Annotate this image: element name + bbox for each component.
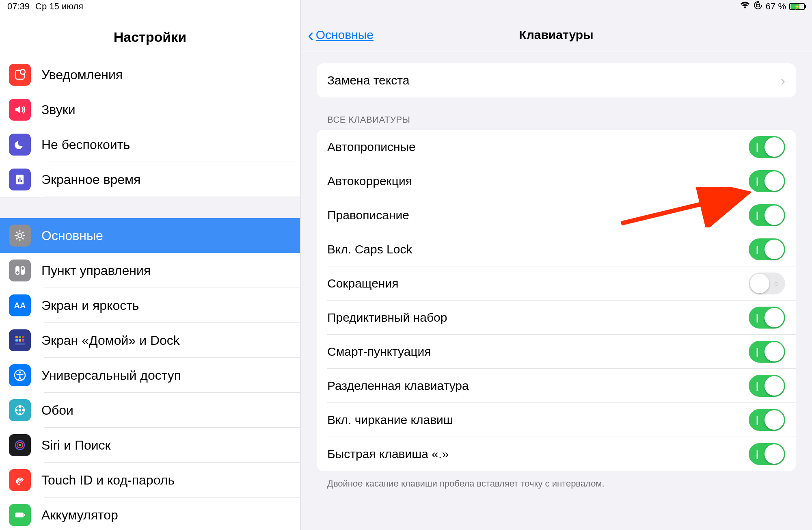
svg-point-31	[19, 409, 21, 411]
section-header: ВСЕ КЛАВИАТУРЫ	[317, 97, 796, 130]
text-replacement-group: Замена текста ›	[317, 63, 796, 97]
sidebar-item-home[interactable]: Экран «Домой» и Dock	[0, 323, 300, 358]
toggle-label-capslock: Вкл. Caps Lock	[327, 242, 412, 256]
sidebar-list[interactable]: УведомленияЗвукиНе беспокоитьЭкранное вр…	[0, 57, 300, 530]
sidebar-item-label: Звуки	[41, 102, 76, 117]
battery-percent: 67 %	[766, 1, 786, 12]
sidebar-item-display[interactable]: AAЭкран и яркость	[0, 288, 300, 323]
svg-text:AA: AA	[14, 301, 26, 310]
back-button[interactable]: ‹ Основные	[300, 26, 374, 44]
sidebar-item-accessibility[interactable]: Универсальный доступ	[0, 358, 300, 393]
sidebar-item-label: Обои	[41, 403, 73, 418]
back-label: Основные	[316, 28, 374, 42]
wallpaper-icon	[9, 399, 31, 421]
detail-pane: ‹ Основные Клавиатуры Замена текста › ВС…	[300, 0, 812, 530]
battery-icon: ⚡	[789, 3, 805, 10]
sidebar-item-label: Универсальный доступ	[41, 368, 181, 383]
svg-line-15	[22, 232, 24, 233]
toggle-switch-smartpunct[interactable]	[749, 341, 785, 363]
display-icon: AA	[9, 294, 31, 316]
toggle-switch-shortcuts[interactable]	[749, 273, 785, 294]
toggle-switch-autocaps[interactable]	[749, 136, 785, 158]
detail-header: ‹ Основные Клавиатуры	[300, 19, 812, 51]
toggle-cell-keyflicks: Вкл. чиркание клавиш	[317, 403, 796, 437]
svg-rect-21	[15, 336, 18, 338]
svg-rect-5	[19, 177, 21, 182]
sidebar-title: Настройки	[0, 19, 300, 57]
sidebar-item-control-center[interactable]: Пункт управления	[0, 253, 300, 288]
svg-line-14	[16, 238, 17, 239]
home-icon	[9, 329, 31, 351]
sidebar-item-touchid[interactable]: Touch ID и код-пароль	[0, 463, 300, 498]
svg-line-12	[16, 232, 17, 233]
svg-point-32	[19, 405, 21, 408]
sidebar-item-notifications[interactable]: Уведомления	[0, 57, 300, 92]
toggle-cell-dotshortcut: Быстрая клавиша «.»	[317, 437, 796, 471]
svg-rect-23	[22, 336, 24, 338]
toggle-cell-shortcuts: Сокращения	[317, 266, 796, 301]
sidebar-gap	[0, 197, 300, 218]
sidebar-item-dnd[interactable]: Не беспокоить	[0, 127, 300, 162]
accessibility-icon	[9, 364, 31, 386]
toggle-switch-spelling[interactable]	[749, 204, 785, 226]
svg-point-33	[19, 413, 21, 415]
svg-point-7	[18, 234, 22, 238]
svg-rect-25	[19, 339, 21, 342]
touchid-icon	[9, 469, 31, 491]
sidebar-item-general[interactable]: Основные	[0, 218, 300, 253]
toggle-cell-autocorrect: Автокоррекция	[317, 164, 796, 198]
dnd-icon	[9, 134, 31, 156]
sidebar-item-screentime[interactable]: Экранное время	[0, 162, 300, 197]
toggle-label-smartpunct: Смарт-пунктуация	[327, 345, 431, 359]
toggle-switch-keyflicks[interactable]	[749, 409, 785, 431]
sidebar-item-sounds[interactable]: Звуки	[0, 92, 300, 127]
toggle-cell-capslock: Вкл. Caps Lock	[317, 232, 796, 266]
toggle-label-autocorrect: Автокоррекция	[327, 174, 412, 188]
svg-point-17	[16, 271, 19, 274]
toggle-label-keyflicks: Вкл. чиркание клавиш	[327, 413, 453, 427]
sounds-icon	[9, 99, 31, 121]
control-center-icon	[9, 260, 31, 281]
sidebar-item-wallpaper[interactable]: Обои	[0, 393, 300, 428]
svg-rect-4	[18, 179, 19, 182]
svg-point-19	[22, 267, 24, 270]
siri-icon	[9, 434, 31, 456]
svg-rect-24	[15, 339, 18, 342]
toggle-label-predictive: Предиктивный набор	[327, 311, 447, 324]
sidebar-item-label: Пункт управления	[41, 263, 151, 278]
toggle-cell-autocaps: Автопрописные	[317, 130, 796, 164]
chevron-left-icon: ‹	[308, 26, 314, 44]
detail-title: Клавиатуры	[519, 28, 593, 42]
sidebar-item-label: Siri и Поиск	[41, 438, 111, 453]
toggles-group: АвтопрописныеАвтокоррекцияПравописаниеВк…	[317, 130, 796, 471]
orientation-lock-icon	[754, 1, 762, 12]
text-replacement-label: Замена текста	[327, 74, 409, 87]
sidebar-item-label: Аккумулятор	[41, 508, 118, 523]
toggle-label-spelling: Правописание	[327, 208, 409, 222]
text-replacement-cell[interactable]: Замена текста ›	[317, 63, 796, 97]
svg-point-34	[15, 409, 18, 411]
toggle-switch-predictive[interactable]	[749, 307, 785, 329]
battery-icon	[9, 504, 31, 526]
svg-rect-26	[22, 339, 24, 342]
sidebar-item-label: Основные	[41, 228, 103, 243]
sidebar-item-siri[interactable]: Siri и Поиск	[0, 428, 300, 463]
svg-rect-6	[21, 180, 22, 182]
notifications-icon	[9, 64, 31, 86]
toggle-switch-autocorrect[interactable]	[749, 170, 785, 192]
sidebar-item-label: Уведомления	[41, 67, 123, 82]
toggle-switch-dotshortcut[interactable]	[749, 443, 785, 465]
toggle-switch-split[interactable]	[749, 375, 785, 397]
sidebar-item-battery[interactable]: Аккумулятор	[0, 498, 300, 530]
chevron-right-icon: ›	[781, 73, 785, 89]
toggle-cell-spelling: Правописание	[317, 198, 796, 232]
toggle-switch-capslock[interactable]	[749, 238, 785, 260]
toggle-cell-smartpunct: Смарт-пунктуация	[317, 335, 796, 369]
svg-point-38	[19, 444, 21, 446]
toggle-label-autocaps: Автопрописные	[327, 140, 416, 154]
svg-rect-40	[24, 514, 25, 516]
wifi-icon	[740, 1, 750, 12]
svg-point-2	[20, 69, 25, 74]
footer-note: Двойное касание клавиши пробела вставляе…	[317, 471, 796, 489]
general-icon	[9, 225, 31, 247]
